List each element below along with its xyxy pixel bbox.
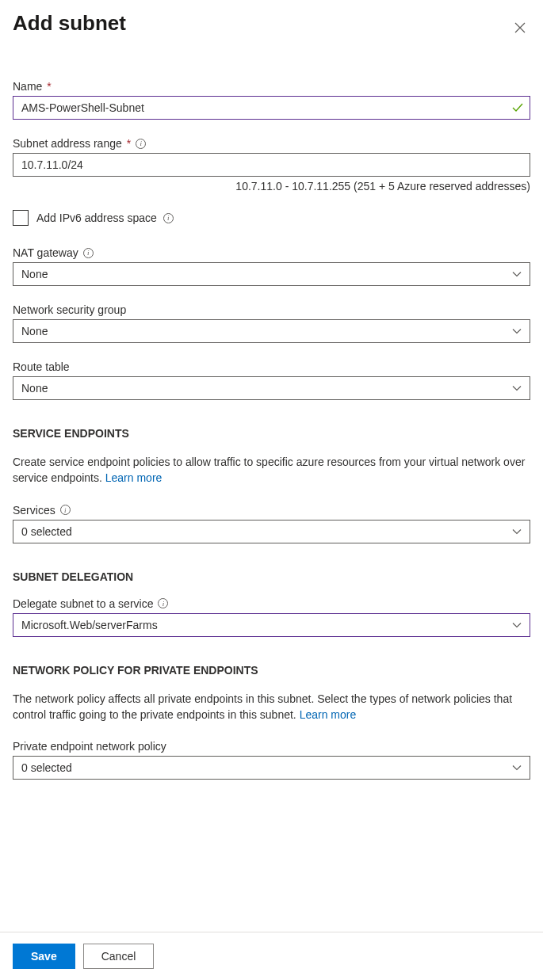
info-icon[interactable]: i [163, 213, 174, 223]
nat-gateway-dropdown[interactable]: None [13, 262, 530, 286]
network-policy-header: NETWORK POLICY FOR PRIVATE ENDPOINTS [13, 664, 530, 677]
private-endpoint-policy-dropdown[interactable]: 0 selected [13, 756, 530, 780]
chevron-down-icon [512, 326, 522, 336]
dropdown-value: None [21, 325, 48, 337]
chevron-down-icon [512, 269, 522, 279]
private-endpoint-policy-label: Private endpoint network policy [13, 740, 530, 753]
dropdown-value: 0 selected [21, 525, 72, 538]
learn-more-link[interactable]: Learn more [105, 471, 163, 484]
check-icon [511, 101, 524, 114]
subnet-delegation-header: SUBNET DELEGATION [13, 570, 530, 583]
chevron-down-icon [512, 620, 522, 630]
services-label: Services i [13, 504, 530, 517]
name-input[interactable] [13, 96, 530, 120]
dropdown-value: Microsoft.Web/serverFarms [21, 619, 158, 631]
ipv6-label: Add IPv6 address space i [36, 212, 174, 224]
info-icon[interactable]: i [136, 139, 146, 149]
nsg-label: Network security group [13, 303, 530, 316]
close-icon [514, 24, 526, 36]
ipv6-checkbox[interactable] [13, 210, 29, 226]
delegate-label: Delegate subnet to a service i [13, 597, 530, 610]
route-table-label: Route table [13, 360, 530, 373]
save-button[interactable]: Save [13, 944, 75, 969]
name-label: Name* [13, 80, 530, 93]
service-endpoints-desc: Create service endpoint policies to allo… [13, 454, 530, 486]
dropdown-value: None [21, 268, 48, 280]
subnet-range-input[interactable] [13, 153, 530, 177]
service-endpoints-header: SERVICE ENDPOINTS [13, 427, 530, 440]
nat-gateway-label: NAT gateway i [13, 246, 530, 259]
required-icon: * [127, 137, 131, 150]
panel-title: Add subnet [13, 11, 126, 36]
info-icon[interactable]: i [83, 248, 94, 258]
required-icon: * [47, 80, 51, 93]
cancel-button[interactable]: Cancel [83, 944, 155, 969]
nsg-dropdown[interactable]: None [13, 319, 530, 343]
learn-more-link[interactable]: Learn more [300, 708, 357, 721]
subnet-range-help: 10.7.11.0 - 10.7.11.255 (251 + 5 Azure r… [13, 180, 530, 193]
services-dropdown[interactable]: 0 selected [13, 520, 530, 543]
subnet-range-label: Subnet address range* i [13, 137, 530, 150]
dropdown-value: None [21, 382, 48, 395]
network-policy-desc: The network policy affects all private e… [13, 691, 530, 723]
chevron-down-icon [512, 763, 522, 772]
chevron-down-icon [512, 383, 522, 393]
delegate-dropdown[interactable]: Microsoft.Web/serverFarms [13, 613, 530, 637]
info-icon[interactable]: i [60, 505, 71, 515]
chevron-down-icon [512, 527, 522, 536]
dropdown-value: 0 selected [21, 761, 72, 774]
info-icon[interactable]: i [158, 598, 168, 608]
route-table-dropdown[interactable]: None [13, 376, 530, 400]
close-button[interactable] [510, 17, 530, 40]
